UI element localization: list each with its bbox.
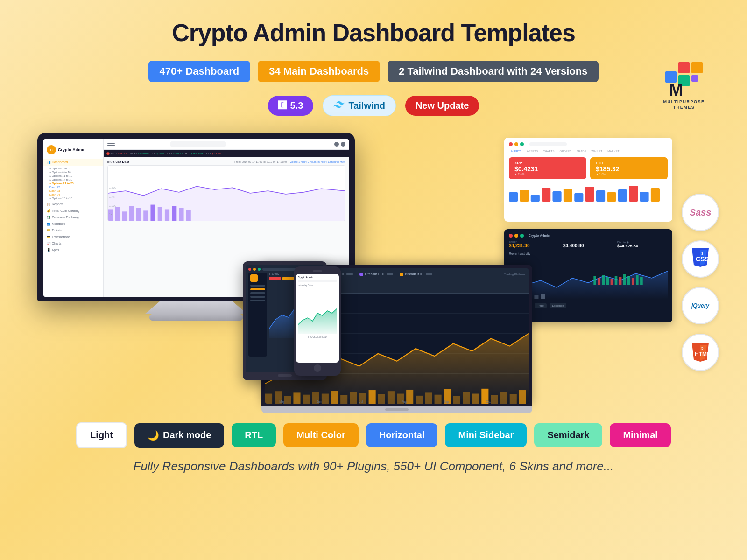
zoom-controls[interactable]: Zoom: 1 hour | 2 hours | 5 hour | 12 hou… bbox=[290, 161, 345, 163]
skin-badges-section: Light 🌙 🌙 Dark mode Dark mode RTL Multi … bbox=[28, 422, 719, 448]
tab-market[interactable]: MARKET bbox=[606, 149, 621, 154]
svg-rect-87 bbox=[627, 276, 630, 285]
svg-text:Jun: Jun bbox=[317, 400, 322, 403]
panel-window-controls bbox=[509, 142, 668, 146]
phone-chart bbox=[298, 287, 337, 334]
svg-rect-30 bbox=[265, 394, 272, 404]
version-number: 5.3 bbox=[290, 100, 303, 111]
svg-rect-8 bbox=[115, 207, 120, 221]
svg-rect-69 bbox=[564, 189, 572, 202]
nav-tickets[interactable]: 🎫 Tickets bbox=[43, 227, 103, 234]
search-bar[interactable] bbox=[170, 141, 226, 147]
svg-rect-32 bbox=[284, 396, 291, 404]
dark-close[interactable] bbox=[509, 234, 513, 238]
svg-rect-89 bbox=[636, 275, 639, 285]
svg-rect-43 bbox=[388, 391, 395, 404]
nav-members[interactable]: 👥 Members bbox=[43, 221, 103, 227]
svg-rect-42 bbox=[378, 394, 385, 404]
sidebar-logo: C bbox=[47, 145, 56, 154]
sidebar: C Crypto Admin 📊 Dashboard » Options 1 t… bbox=[43, 139, 104, 297]
recent-activity-label: Recent Activity bbox=[509, 252, 668, 255]
phone-search[interactable] bbox=[298, 280, 337, 282]
svg-rect-70 bbox=[574, 193, 583, 202]
svg-text:Sep: Sep bbox=[444, 400, 449, 403]
menu-icon[interactable] bbox=[107, 142, 115, 147]
xrp-label: XRP bbox=[514, 161, 581, 165]
panel-close[interactable] bbox=[509, 142, 513, 146]
dark-minimize[interactable] bbox=[514, 234, 518, 238]
skin-rtl-badge[interactable]: RTL bbox=[232, 423, 276, 447]
devices-section: C Crypto Admin 📊 Dashboard » Options 1 t… bbox=[28, 133, 495, 404]
svg-rect-4 bbox=[691, 75, 698, 82]
svg-text:Jul: Jul bbox=[359, 400, 363, 403]
svg-rect-84 bbox=[615, 276, 618, 285]
dark-maximize[interactable] bbox=[520, 234, 524, 238]
skin-horizontal-badge[interactable]: Horizontal bbox=[366, 423, 438, 447]
skin-mini-sidebar-badge[interactable]: Mini Sidebar bbox=[445, 423, 527, 447]
skin-light-badge[interactable]: Light bbox=[76, 422, 127, 448]
svg-text:CSS: CSS bbox=[696, 255, 709, 263]
bitcoin-tab[interactable]: Bitcoin BTC bbox=[400, 273, 432, 276]
ticker-btc: BTC $15.63028 bbox=[185, 152, 204, 155]
phone-home-button[interactable] bbox=[314, 364, 321, 372]
tab-assets[interactable]: ASSETS bbox=[525, 149, 540, 154]
nav-ico[interactable]: 💰 Initial Coin Offering bbox=[43, 208, 103, 214]
skin-semidark-badge[interactable]: Semidark bbox=[534, 423, 602, 447]
svg-rect-34 bbox=[303, 395, 310, 404]
svg-rect-67 bbox=[542, 188, 550, 202]
tab-trade[interactable]: TRADE bbox=[575, 149, 588, 154]
tab-charts[interactable]: CHARTS bbox=[541, 149, 557, 154]
skin-minimal-badge[interactable]: Minimal bbox=[610, 423, 670, 447]
svg-rect-64 bbox=[509, 192, 518, 202]
trading-platform-label: Trading Platform bbox=[504, 273, 525, 276]
tailwind-icon bbox=[333, 100, 345, 111]
nav-reports[interactable]: 📋 Reports bbox=[43, 201, 103, 208]
svg-rect-52 bbox=[472, 394, 479, 404]
svg-rect-95 bbox=[534, 295, 538, 299]
tech-icons-section: Sass CSS 3 jQuery bbox=[682, 133, 719, 404]
panel-search[interactable] bbox=[529, 142, 567, 146]
skin-dark-badge[interactable]: 🌙 🌙 Dark mode Dark mode bbox=[134, 423, 224, 448]
nav-apps[interactable]: 📱 Apps bbox=[43, 247, 103, 253]
notification-icon[interactable] bbox=[334, 142, 339, 147]
feature-badges: 470+ Dashboard 34 Main Dashboards 2 Tail… bbox=[28, 61, 719, 82]
svg-rect-50 bbox=[453, 396, 460, 404]
svg-rect-47 bbox=[425, 392, 432, 404]
tab-alerts[interactable]: ALERTS bbox=[509, 149, 523, 154]
nav-charts[interactable]: 📈 Charts bbox=[43, 240, 103, 247]
svg-text:5: 5 bbox=[701, 346, 704, 350]
jquery-icon-circle: jQuery bbox=[682, 287, 719, 324]
litecoin-tab[interactable]: Litecoin LTC bbox=[359, 273, 393, 276]
panel-minimize[interactable] bbox=[514, 142, 518, 146]
bitcoin-price: $4,231.30 bbox=[509, 243, 559, 248]
topbar-icons bbox=[334, 142, 345, 147]
nav-dashboard[interactable]: 📊 Dashboard bbox=[43, 159, 103, 166]
chart-svg: 1,600 1.4k 1,200 1k bbox=[108, 166, 345, 221]
svg-text:1.4k: 1.4k bbox=[109, 196, 115, 198]
panel-maximize[interactable] bbox=[520, 142, 524, 146]
eth-label: ETH bbox=[596, 161, 662, 165]
other-value: $44,625.30 bbox=[617, 244, 668, 248]
bar-chart-svg bbox=[509, 183, 668, 202]
svg-rect-16 bbox=[172, 206, 176, 221]
nav-transactions[interactable]: 💳 Transactions bbox=[43, 234, 103, 240]
jquery-icon: jQuery bbox=[691, 302, 709, 309]
action-exchange[interactable]: Exchange bbox=[550, 303, 566, 308]
tablet-sidebar bbox=[248, 273, 267, 357]
action-trade[interactable]: Trade bbox=[535, 303, 547, 308]
user-icon[interactable] bbox=[341, 142, 345, 147]
intraday-chart: 1,600 1.4k 1,200 1k bbox=[107, 165, 345, 221]
laptop-notch bbox=[385, 408, 409, 411]
phone-screen: Crypto Admin Intra-day Data bbox=[296, 274, 339, 363]
tab-wallet[interactable]: WALLET bbox=[590, 149, 605, 154]
brand-logo: M MULTIPURPOSETHEMES bbox=[658, 61, 710, 112]
svg-rect-46 bbox=[416, 396, 423, 404]
tab-orders[interactable]: ORDERS bbox=[557, 149, 573, 154]
skin-multicolor-badge[interactable]: Multi Color bbox=[283, 423, 358, 447]
html5-wrapper: HTML 5 bbox=[682, 334, 719, 371]
ticker-iot: IOT $2.555 bbox=[152, 152, 164, 155]
nav-exchange[interactable]: 💱 Currency Exchange bbox=[43, 214, 103, 221]
svg-rect-39 bbox=[350, 392, 357, 404]
svg-text:HTML: HTML bbox=[695, 351, 709, 357]
svg-rect-48 bbox=[435, 395, 442, 404]
